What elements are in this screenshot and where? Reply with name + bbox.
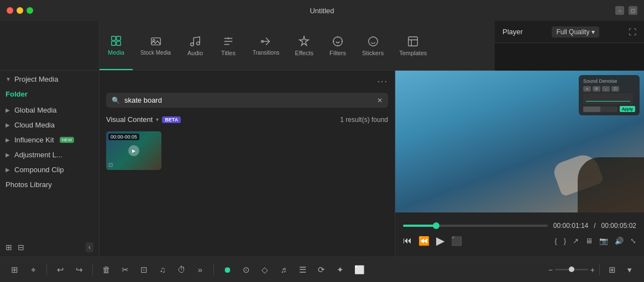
redo-button[interactable]: ↪ (71, 263, 87, 277)
tab-filters[interactable]: Filters (321, 21, 354, 70)
minimize-button[interactable] (17, 7, 23, 14)
fullscreen-icon[interactable]: ⤡ (630, 237, 636, 245)
svg-point-9 (333, 36, 343, 46)
content-panel: ··· 🔍 ✕ Visual Content ▾ BETA 1 result(s… (100, 71, 395, 257)
tab-templates[interactable]: Templates (391, 21, 434, 70)
sidebar-item-influence-kit[interactable]: ▶ Influence Kit NEW (0, 132, 99, 147)
play-button[interactable]: ▶ (436, 234, 444, 247)
insert-button[interactable]: ↗ (573, 237, 579, 245)
player-header: Player Full Quality ▾ ⛶ (495, 21, 644, 43)
more-button[interactable]: » (192, 263, 208, 276)
stop-button[interactable]: ⬛ (451, 236, 462, 246)
progress-fill (403, 225, 436, 227)
sidebar-item-photos-library[interactable]: Photos Library (0, 177, 99, 192)
overlay-bottom-row: Apply (583, 106, 635, 112)
close-button[interactable] (7, 7, 13, 14)
voice-button[interactable]: ♬ (276, 263, 291, 276)
svg-point-6 (191, 42, 194, 46)
maximize-button[interactable] (27, 7, 33, 14)
tab-transitions[interactable]: Transitions (245, 21, 287, 70)
svg-rect-4 (151, 38, 160, 45)
search-input[interactable] (124, 96, 373, 104)
main-layout: ▼ Project Media Folder ▶ Global Media ▶ … (0, 71, 644, 257)
sidebar-project-media[interactable]: ▼ Project Media (0, 71, 99, 88)
mark-button[interactable]: ◇ (257, 263, 273, 277)
results-count: 1 result(s) found (340, 116, 388, 124)
overlay-icon-4[interactable]: ⊡ (611, 86, 619, 92)
step-back-button[interactable]: ⏪ (418, 236, 430, 246)
tab-effects[interactable]: Effects (287, 21, 321, 70)
audio-adjust-button[interactable]: ♫ (155, 263, 170, 276)
ripple-button[interactable]: ⊙ (238, 263, 254, 277)
search-clear-icon[interactable]: ✕ (377, 97, 383, 104)
grid-view-button[interactable]: ⊞ (7, 263, 22, 277)
titlebar-icon-2[interactable]: ⊡ (629, 6, 637, 15)
delete-button[interactable]: 🗑 (98, 263, 114, 276)
layout-expand-button[interactable]: ▾ (622, 263, 637, 277)
sidebar-item-cloud-media[interactable]: ▶ Cloud Media (0, 118, 99, 132)
overlay-icon-3[interactable]: ↕ (602, 86, 610, 92)
add-folder-icon[interactable]: ⊞ (6, 243, 12, 252)
monitor-icon[interactable]: 🖥 (585, 237, 593, 245)
sidebar-item-adjustment-layer[interactable]: ▶ Adjustment L... (0, 147, 99, 162)
mark-in-button[interactable]: { (554, 237, 557, 245)
progress-thumb[interactable] (433, 222, 439, 229)
player-right-controls: { } ↗ 🖥 📷 🔊 ⤡ (554, 237, 636, 245)
svg-rect-0 (112, 36, 116, 40)
zoom-thumb[interactable] (569, 267, 574, 272)
sidebar-item-global-media[interactable]: ▶ Global Media (0, 103, 99, 118)
zoom-controls: − + ⊞ ▾ (548, 263, 637, 277)
progress-bar[interactable] (403, 225, 548, 227)
overlay-apply-btn[interactable]: Apply (620, 106, 635, 112)
overlay-icon-1[interactable]: ≡ (583, 86, 591, 92)
layout-options-button[interactable]: ⊞ (604, 263, 620, 277)
visual-content-label[interactable]: Visual Content ▾ BETA (106, 115, 181, 124)
overlay-slider[interactable] (583, 107, 617, 112)
record-button[interactable]: ⏺ (219, 263, 235, 276)
chevron-right-icon: ▶ (6, 107, 10, 113)
tab-audio[interactable]: Audio (179, 21, 212, 70)
window-controls[interactable] (7, 7, 33, 14)
volume-icon[interactable]: 🔊 (615, 237, 624, 245)
sidebar-item-compound-clip[interactable]: ▶ Compound Clip (0, 162, 99, 177)
zoom-out-button[interactable]: − (548, 265, 553, 274)
subtitle-button[interactable]: ☰ (295, 263, 310, 277)
ai-tools-button[interactable]: ✦ (332, 263, 348, 277)
titlebar-right-controls: ○ ⊡ (615, 6, 637, 15)
speed-button[interactable]: ⏱ (174, 263, 189, 276)
quality-selector[interactable]: Full Quality ▾ (552, 26, 599, 38)
zoom-in-button[interactable]: + (590, 265, 595, 274)
crop-button[interactable]: ⊡ (136, 263, 151, 277)
captions-button[interactable]: ⬜ (351, 263, 368, 277)
current-time: 00:00:01:14 (553, 222, 588, 230)
overlay-icons-row: ≡ ⊞ ↕ ⊡ (583, 86, 635, 92)
undo-button[interactable]: ↩ (53, 263, 68, 277)
window-title: Untitled (310, 7, 334, 15)
top-area: Media Stock Media Audio (0, 21, 644, 71)
player-buttons-row: ⏮ ⏪ ▶ ⬛ { } ↗ 🖥 📷 🔊 ⤡ (403, 234, 636, 247)
snapshot-icon[interactable]: 📷 (599, 237, 608, 245)
sidebar: ▼ Project Media Folder ▶ Global Media ▶ … (0, 71, 100, 257)
cut-button[interactable]: ✂ (117, 263, 133, 277)
new-badge: NEW (60, 137, 75, 143)
more-options-icon[interactable]: ··· (378, 77, 388, 87)
tab-stock-media[interactable]: Stock Media (133, 21, 179, 70)
rewind-button[interactable]: ⏮ (403, 236, 412, 246)
sidebar-collapse-button[interactable]: ‹ (86, 242, 93, 252)
thumb-duration: 00:00-00:05 (108, 134, 139, 140)
tab-titles[interactable]: Titles (212, 21, 245, 70)
chevron-right-icon: ▶ (6, 152, 10, 158)
folder-icon[interactable]: ⊟ (18, 243, 24, 252)
separator-4 (599, 264, 600, 275)
motion-button[interactable]: ⟳ (313, 263, 329, 277)
tab-stickers[interactable]: Stickers (354, 21, 391, 70)
zoom-slider[interactable] (555, 269, 588, 270)
video-thumbnail[interactable]: ▶ 00:00-00:05 ⊡ (106, 131, 161, 170)
select-tool-button[interactable]: ⌖ (25, 263, 41, 277)
expand-icon[interactable]: ⛶ (629, 28, 636, 36)
titlebar-icon-1[interactable]: ○ (615, 6, 624, 15)
mark-out-button[interactable]: } (564, 237, 566, 245)
tab-media[interactable]: Media (100, 21, 133, 70)
toolbar: Media Stock Media Audio (100, 21, 495, 71)
overlay-icon-2[interactable]: ⊞ (593, 86, 600, 92)
